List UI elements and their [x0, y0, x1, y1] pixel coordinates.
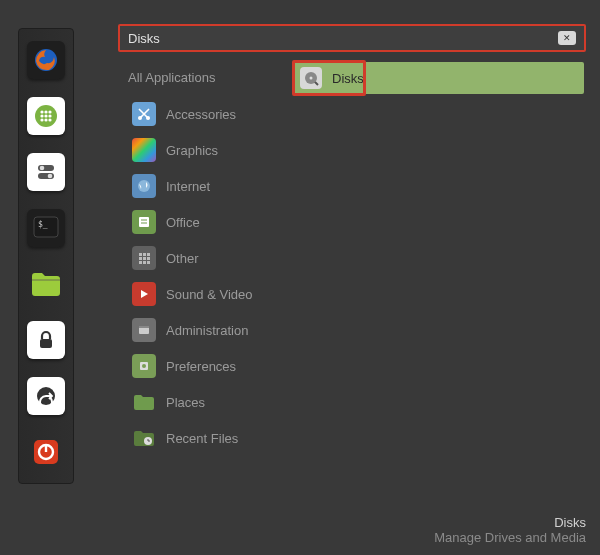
book-icon [137, 215, 151, 229]
svg-point-23 [138, 116, 142, 120]
svg-rect-37 [147, 261, 150, 264]
apps-grid-icon [34, 104, 58, 128]
app-description-subtitle: Manage Drives and Media [434, 530, 586, 545]
svg-point-10 [48, 118, 51, 121]
terminal-icon: $_ [32, 214, 60, 242]
category-internet[interactable]: Internet [128, 170, 288, 202]
category-office[interactable]: Office [128, 206, 288, 238]
scissors-icon [136, 106, 152, 122]
category-accessories[interactable]: Accessories [128, 98, 288, 130]
clear-search-button[interactable]: ✕ [558, 31, 576, 45]
favorites-panel: $_ [18, 28, 74, 484]
svg-rect-31 [147, 253, 150, 256]
favorite-files[interactable] [27, 265, 65, 303]
svg-text:$_: $_ [38, 220, 48, 229]
grid-icon [137, 251, 151, 265]
svg-point-41 [142, 364, 146, 368]
category-label: Places [166, 395, 205, 410]
category-graphics[interactable]: Graphics [128, 134, 288, 166]
logout-icon [35, 385, 57, 407]
favorite-power[interactable] [27, 433, 65, 471]
svg-point-5 [40, 114, 43, 117]
search-field-highlight: ✕ [118, 24, 586, 52]
svg-rect-39 [139, 326, 149, 328]
category-sound-video[interactable]: Sound & Video [128, 278, 288, 310]
svg-point-14 [48, 174, 53, 179]
category-label: Sound & Video [166, 287, 253, 302]
folder-clock-icon [133, 429, 155, 447]
category-administration[interactable]: Administration [128, 314, 288, 346]
category-places[interactable]: Places [128, 386, 288, 418]
power-icon [32, 438, 60, 466]
category-label: Internet [166, 179, 210, 194]
svg-point-24 [146, 116, 150, 120]
all-applications-label: All Applications [128, 70, 215, 85]
svg-rect-34 [147, 257, 150, 260]
category-label: Administration [166, 323, 248, 338]
result-label: Disks [332, 71, 364, 86]
svg-point-4 [48, 110, 51, 113]
play-icon [137, 287, 151, 301]
svg-rect-33 [143, 257, 146, 260]
svg-rect-32 [139, 257, 142, 260]
favorite-firefox[interactable] [27, 41, 65, 79]
svg-point-6 [44, 114, 47, 117]
files-icon [30, 270, 62, 298]
category-label: Preferences [166, 359, 236, 374]
svg-point-12 [40, 166, 45, 171]
prefs-icon [137, 359, 151, 373]
favorite-terminal[interactable]: $_ [27, 209, 65, 247]
app-description-title: Disks [434, 515, 586, 530]
svg-rect-30 [143, 253, 146, 256]
lock-icon [36, 330, 56, 350]
category-label: Accessories [166, 107, 236, 122]
svg-point-7 [48, 114, 51, 117]
firefox-icon [33, 47, 59, 73]
favorite-lock[interactable] [27, 321, 65, 359]
globe-icon [136, 178, 152, 194]
svg-point-9 [44, 118, 47, 121]
category-label: Office [166, 215, 200, 230]
favorite-logout[interactable] [27, 377, 65, 415]
app-description: Disks Manage Drives and Media [434, 515, 586, 545]
admin-icon [137, 323, 151, 337]
backspace-x-icon: ✕ [563, 33, 571, 43]
toggle-icon [35, 161, 57, 183]
category-label: Other [166, 251, 199, 266]
rainbow-icon [144, 150, 145, 151]
svg-rect-36 [143, 261, 146, 264]
svg-rect-35 [139, 261, 142, 264]
category-recent-files[interactable]: Recent Files [128, 422, 288, 454]
svg-point-2 [40, 110, 43, 113]
favorite-apps[interactable] [27, 97, 65, 135]
svg-rect-17 [32, 279, 60, 281]
result-disks[interactable]: Disks [294, 62, 584, 94]
svg-rect-18 [40, 339, 52, 348]
svg-point-3 [44, 110, 47, 113]
category-preferences[interactable]: Preferences [128, 350, 288, 382]
category-label: Recent Files [166, 431, 238, 446]
svg-rect-26 [139, 217, 149, 227]
folder-icon [133, 393, 155, 411]
search-input[interactable] [128, 31, 558, 46]
svg-point-8 [40, 118, 43, 121]
category-label: Graphics [166, 143, 218, 158]
svg-rect-29 [139, 253, 142, 256]
disks-icon [300, 67, 322, 89]
category-other[interactable]: Other [128, 242, 288, 274]
favorite-switch[interactable] [27, 153, 65, 191]
category-list: Accessories Graphics Internet Office Oth… [128, 98, 288, 454]
search-results: Disks [294, 62, 584, 94]
svg-point-44 [310, 77, 313, 80]
